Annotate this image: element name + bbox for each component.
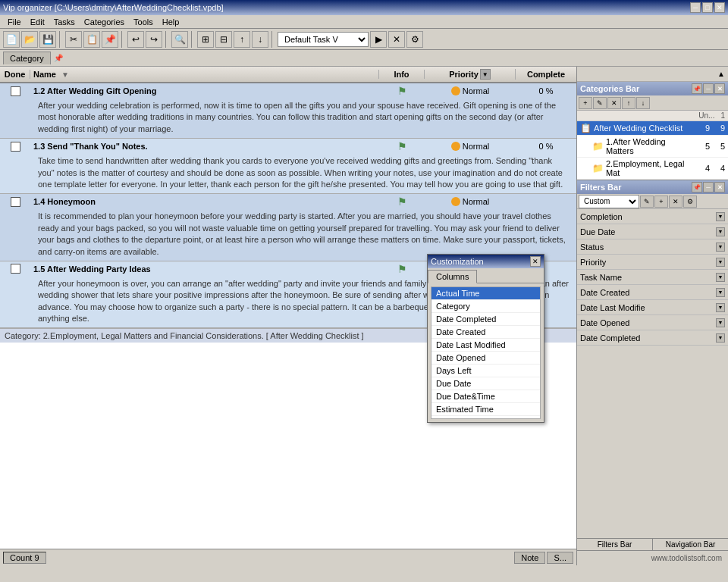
dialog-list-item-4[interactable]: Date Last Modified (431, 339, 540, 352)
filt-pin-btn[interactable]: 📌 (692, 182, 702, 192)
task-checkbox-2[interactable] (11, 142, 20, 152)
toolbar-new-btn[interactable]: 📄 (3, 31, 20, 48)
toolbar-settings-btn[interactable]: ⚙ (406, 31, 423, 48)
close-button[interactable]: ✕ (714, 2, 725, 13)
menu-tasks[interactable]: Tasks (49, 17, 80, 27)
toolbar-sep3 (165, 31, 168, 48)
minimize-button[interactable]: ─ (690, 2, 701, 13)
filt-settings-btn[interactable]: ⚙ (683, 196, 697, 208)
task-name-2[interactable]: 1.3 Send "Thank You" Notes. (30, 142, 379, 151)
task-name-3[interactable]: 1.4 Honeymoon (30, 197, 379, 206)
toolbar-undo-btn[interactable]: ↩ (127, 31, 144, 48)
tree-item-2[interactable]: 📁 2.Employment, Legal Mat 4 4 (577, 158, 728, 180)
dialog-list-item-5[interactable]: Date Opened (431, 352, 540, 365)
tree-icon-2: 📁 (592, 163, 604, 174)
toolbar-view-btn[interactable]: ▶ (370, 31, 387, 48)
task-checkbox-3[interactable] (11, 197, 20, 207)
toolbar-save-btn[interactable]: 💾 (39, 31, 56, 48)
category-tab[interactable]: Category (3, 52, 51, 64)
toolbar-copy-btn[interactable]: 📋 (83, 31, 100, 48)
filt-min-btn[interactable]: ─ (703, 182, 714, 192)
filters-title-btns: 📌 ─ ✕ (692, 182, 725, 192)
cat-close-btn[interactable]: ✕ (714, 83, 725, 94)
filter-dropdown-4[interactable]: ▼ (716, 273, 725, 282)
menu-tools[interactable]: Tools (129, 17, 158, 27)
navigation-bar-tab[interactable]: Navigation Bar (653, 539, 728, 550)
categories-panel-toolbar: + ✎ ✕ ↑ ↓ (577, 95, 728, 111)
note-tab[interactable]: Note (514, 552, 545, 564)
filt-del-btn[interactable]: ✕ (669, 196, 682, 208)
cat-add-btn[interactable]: + (579, 97, 592, 109)
toolbar-redo-btn[interactable]: ↪ (146, 31, 162, 48)
filter-dropdown-0[interactable]: ▼ (716, 212, 725, 221)
task-main-row: 1.2 After Wedding Gift Opening ⚑ Normal … (0, 83, 576, 99)
watermark-text: www.todolistsoft.com (651, 554, 722, 562)
dialog-list-item-8[interactable]: Due Date&Time (431, 390, 540, 403)
task-expand-4[interactable] (0, 264, 30, 274)
scroll-up-btn[interactable]: ▲ (717, 70, 725, 78)
menu-help[interactable]: Help (158, 17, 184, 27)
menu-categories[interactable]: Categories (80, 17, 129, 27)
dialog-close-btn[interactable]: ✕ (530, 256, 541, 267)
filter-row-datecreated: Date Created ▼ (577, 285, 728, 300)
s-tab[interactable]: S... (547, 552, 573, 564)
filter-dropdown-3[interactable]: ▼ (716, 258, 725, 267)
filters-bar-tab[interactable]: Filters Bar (577, 539, 653, 550)
task-expand-2[interactable] (0, 142, 30, 152)
category-tab-pin[interactable]: 📌 (54, 54, 63, 62)
task-checkbox-1[interactable] (11, 86, 20, 96)
menu-edit[interactable]: Edit (26, 17, 49, 27)
menu-file[interactable]: File (3, 17, 26, 27)
task-view-combo[interactable]: Default Task V (278, 32, 369, 47)
task-name-1[interactable]: 1.2 After Wedding Gift Opening (30, 86, 379, 95)
dialog-list-item-1[interactable]: Category (431, 300, 540, 313)
toolbar-open-btn[interactable]: 📂 (21, 31, 38, 48)
task-name-4[interactable]: 1.5 After Wedding Party Ideas (30, 264, 379, 274)
filt-edit-btn[interactable]: ✎ (640, 196, 654, 208)
status-count: Count 9 (3, 552, 46, 564)
tree-item-1[interactable]: 📁 1.After Wedding Matters 5 5 (577, 136, 728, 158)
dialog-list-item-7[interactable]: Due Date (431, 377, 540, 390)
toolbar-find-btn[interactable]: 🔍 (171, 31, 188, 48)
task-checkbox-4[interactable] (11, 264, 20, 274)
cat-del-btn[interactable]: ✕ (607, 97, 621, 109)
filter-dropdown-2[interactable]: ▼ (716, 242, 725, 252)
cat-down-btn[interactable]: ↓ (636, 97, 650, 109)
tree-item-root[interactable]: 📋 After Wedding Checklist 9 9 (577, 121, 728, 136)
filter-dropdown-6[interactable]: ▼ (716, 303, 725, 312)
toolbar-x-btn[interactable]: ✕ (388, 31, 405, 48)
task-flag-2: ⚑ (397, 140, 407, 152)
dialog-list-item-2[interactable]: Date Completed (431, 313, 540, 326)
toolbar-cut-btn[interactable]: ✂ (65, 31, 82, 48)
dialog-list-item-6[interactable]: Days Left (431, 365, 540, 377)
dialog-list-item-0[interactable]: Actual Time (431, 287, 540, 300)
restore-button[interactable]: □ (702, 2, 713, 13)
filter-dropdown-7[interactable]: ▼ (716, 318, 725, 327)
task-expand-3[interactable] (0, 197, 30, 207)
toolbar-btn-a[interactable]: ⊞ (197, 31, 214, 48)
dialog-list-item-9[interactable]: Estimated Time (431, 403, 540, 416)
filter-dropdown-8[interactable]: ▼ (716, 333, 725, 343)
cat-up-btn[interactable]: ↑ (622, 97, 635, 109)
priority-sort-btn[interactable]: ▼ (480, 69, 491, 80)
task-expand-1[interactable] (0, 86, 30, 96)
filt-add-btn[interactable]: + (654, 196, 668, 208)
task-info-1: ⚑ (379, 85, 425, 97)
filter-dropdown-5[interactable]: ▼ (716, 288, 725, 297)
customization-dialog: Customization ✕ Columns Actual Time Cate… (427, 254, 544, 423)
cat-edit-btn[interactable]: ✎ (593, 97, 607, 109)
cat-pin-btn[interactable]: 📌 (692, 83, 702, 94)
task-notes-1: After your wedding celebration is perfor… (0, 99, 576, 138)
filters-preset-combo[interactable]: Custom (579, 195, 639, 208)
toolbar-btn-c[interactable]: ↑ (234, 31, 250, 48)
col-header-done: Done (0, 70, 30, 79)
filt-close-btn[interactable]: ✕ (714, 182, 725, 192)
toolbar-btn-b[interactable]: ⊟ (215, 31, 232, 48)
dialog-list-item-10[interactable]: Hyperlink (431, 416, 540, 419)
filter-dropdown-1[interactable]: ▼ (716, 227, 725, 236)
toolbar-paste-btn[interactable]: 📌 (102, 31, 118, 48)
dialog-tab-columns[interactable]: Columns (428, 270, 477, 283)
toolbar-btn-d[interactable]: ↓ (252, 31, 268, 48)
dialog-list-item-3[interactable]: Date Created (431, 326, 540, 339)
cat-min-btn[interactable]: ─ (703, 83, 714, 94)
